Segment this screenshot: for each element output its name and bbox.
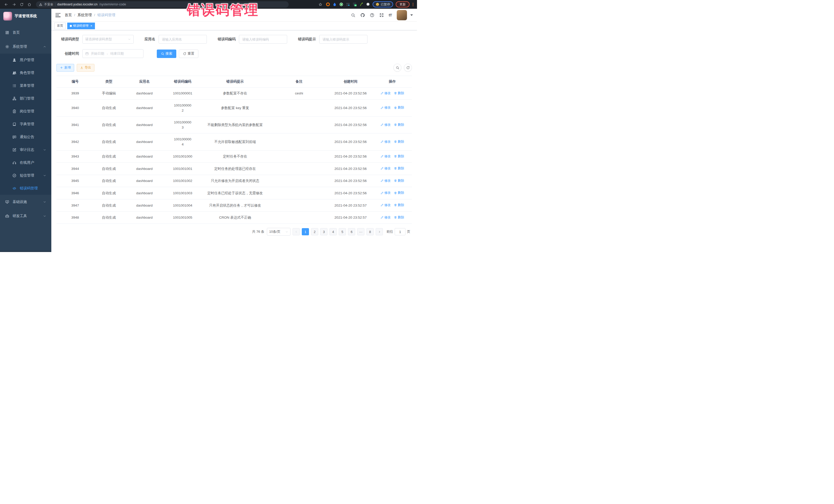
delete-link[interactable]: 删除 [394, 91, 404, 95]
delete-link[interactable]: 删除 [394, 123, 404, 127]
cell-id: 3940 [57, 102, 94, 114]
hamburger-icon[interactable] [56, 13, 61, 17]
page-button-5[interactable]: 5 [339, 228, 346, 235]
delete-link[interactable]: 删除 [394, 166, 404, 171]
sidebar-item-dict-management[interactable]: 字典管理 [0, 118, 51, 131]
bookmark-star-icon[interactable] [317, 1, 323, 7]
column-header: 备注 [270, 76, 328, 87]
sidebar-item-dept-management[interactable]: 部门管理 [0, 92, 51, 105]
page-more-button[interactable]: ··· [357, 228, 365, 235]
chevron-down-icon [43, 174, 46, 177]
edit-link[interactable]: 修改 [380, 139, 391, 144]
edit-link[interactable]: 修改 [380, 154, 391, 159]
delete-link[interactable]: 删除 [394, 178, 404, 183]
delete-link[interactable]: 删除 [394, 215, 404, 220]
github-icon[interactable] [360, 13, 365, 18]
breadcrumb-item[interactable]: 系统管理 [78, 13, 92, 18]
avatar[interactable] [397, 10, 407, 20]
table-row: 3947自动生成dashboard1001001004只有开启状态的任务，才可以… [57, 199, 412, 212]
search-icon[interactable] [351, 13, 355, 18]
sidebar-item-notice-announcement[interactable]: 通知公告 [0, 131, 51, 144]
date-range-picker[interactable]: 开始日期 - 结束日期 [82, 49, 144, 58]
sidebar-item-infrastructure[interactable]: 基础设施 [0, 195, 51, 209]
refresh-table-button[interactable] [404, 64, 412, 72]
sidebar-item-error-code-management[interactable]: 错误码管理 [0, 182, 51, 195]
grid-extension-icon[interactable] [346, 2, 350, 6]
sidebar-item-dev-tools[interactable]: 研发工具 [0, 209, 51, 223]
cell-app: dashboard [124, 151, 165, 162]
page-button-2[interactable]: 2 [311, 228, 318, 235]
error-code-input[interactable] [239, 35, 287, 44]
on-badge-extension-icon[interactable]: on [353, 2, 357, 6]
browser-menu-kebab-icon[interactable] [412, 3, 414, 6]
green-tool-extension-icon[interactable] [359, 2, 364, 6]
edit-link[interactable]: 修改 [380, 203, 391, 207]
app-name-input[interactable] [159, 35, 207, 44]
edit-link[interactable]: 修改 [380, 178, 391, 183]
export-button[interactable]: 导出 [77, 64, 94, 72]
close-icon[interactable]: × [90, 24, 92, 27]
sidebar-item-audit-log[interactable]: 审计日志 [0, 144, 51, 156]
paused-extension-badge[interactable]: 已暂停 [373, 1, 393, 7]
forward-arrow-icon[interactable] [11, 1, 17, 7]
edit-link[interactable]: 修改 [380, 123, 391, 127]
sidebar-item-sms-management[interactable]: 短信管理 [0, 169, 51, 182]
sidebar-item-system-management[interactable]: 系统管理 [0, 40, 51, 53]
error-msg-input[interactable] [319, 35, 368, 44]
edit-link[interactable]: 修改 [380, 91, 391, 95]
page-size-select[interactable]: 10条/页 [267, 228, 290, 236]
sidebar-item-role-management[interactable]: 角色管理 [0, 66, 51, 79]
add-button[interactable]: 新增 [57, 64, 74, 72]
app-logo-row[interactable]: 芋道管理系统 [0, 9, 51, 23]
orange-circle-extension-icon[interactable] [326, 2, 330, 6]
tag-home[interactable]: 首页 [54, 23, 66, 29]
page-button-4[interactable]: 4 [329, 228, 337, 235]
page-button-8[interactable]: 8 [367, 228, 374, 235]
edit-link[interactable]: 修改 [380, 105, 391, 110]
breadcrumb-item[interactable]: 首页 [65, 13, 72, 18]
delete-link[interactable]: 删除 [394, 191, 404, 195]
page-button-3[interactable]: 3 [320, 228, 327, 235]
edit-link[interactable]: 修改 [380, 215, 391, 220]
next-page-button[interactable] [376, 228, 383, 235]
sidebar-item-label: 系统管理 [13, 44, 27, 49]
sidebar-item-online-users[interactable]: 在线用户 [0, 156, 51, 169]
sidebar-item-home[interactable]: 首页 [0, 25, 51, 40]
reload-icon[interactable] [19, 1, 25, 7]
sidebar-item-user-management[interactable]: 用户管理 [0, 53, 51, 66]
cell-id: 3943 [57, 151, 94, 162]
font-size-icon[interactable]: tT [389, 13, 392, 17]
toggle-search-button[interactable] [393, 64, 401, 72]
puzzle-extensions-icon[interactable] [366, 2, 370, 6]
chevron-down-icon [43, 215, 46, 218]
caret-down-icon[interactable] [410, 14, 413, 16]
delete-link[interactable]: 删除 [394, 203, 404, 207]
page-button-1[interactable]: 1 [302, 228, 309, 235]
sidebar-item-label: 部门管理 [20, 96, 34, 101]
address-bar[interactable]: 不安全 dashboard.yudao.iocoder.cn/system/er… [36, 1, 289, 8]
error-type-select[interactable]: 请选择错误码类型 [82, 35, 134, 44]
fullscreen-icon[interactable] [379, 13, 384, 18]
prev-page-button[interactable] [292, 228, 300, 235]
green-v-extension-icon[interactable] [339, 2, 343, 6]
home-icon[interactable] [26, 1, 32, 7]
menu-tree-icon [12, 84, 17, 88]
delete-link[interactable]: 删除 [394, 139, 404, 144]
blue-drop-extension-icon[interactable] [333, 2, 337, 6]
active-dot [70, 25, 72, 27]
delete-link[interactable]: 删除 [394, 105, 404, 110]
goto-page-input[interactable] [395, 228, 405, 235]
edit-link[interactable]: 修改 [380, 166, 391, 171]
sidebar-item-post-management[interactable]: 岗位管理 [0, 105, 51, 118]
search-button[interactable]: 搜索 [157, 49, 176, 58]
reset-button[interactable]: 重置 [179, 49, 198, 58]
tag-error-code[interactable]: 错误码管理× [67, 23, 95, 29]
delete-link[interactable]: 删除 [394, 154, 404, 159]
trash-icon [394, 192, 397, 195]
back-arrow-icon[interactable] [3, 1, 9, 7]
sidebar-item-menu-management[interactable]: 菜单管理 [0, 79, 51, 92]
page-button-6[interactable]: 6 [348, 228, 355, 235]
edit-link[interactable]: 修改 [380, 191, 391, 195]
update-button[interactable]: 更新 [396, 1, 410, 7]
help-icon[interactable] [370, 13, 374, 18]
